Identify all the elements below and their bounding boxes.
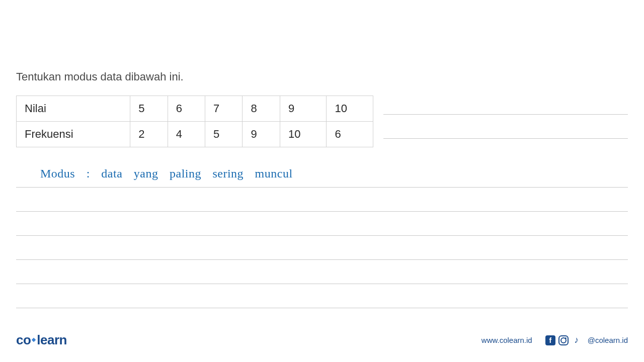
nilai-value-cell: 8	[243, 96, 280, 122]
data-table: Nilai 5 6 7 8 9 10 Frekuensi 2 4 5 9 10 …	[16, 96, 373, 147]
frekuensi-value-cell: 2	[130, 122, 168, 147]
question-title: Tentukan modus data dibawah ini.	[16, 70, 628, 83]
frekuensi-label-cell: Frekuensi	[17, 122, 130, 147]
ruled-line	[16, 236, 628, 260]
logo-text-co: co	[16, 332, 31, 347]
frekuensi-value-cell: 9	[243, 122, 280, 147]
tiktok-icon: ♪	[572, 335, 582, 345]
social-icons: f ♪	[545, 335, 582, 345]
ruled-line	[16, 212, 628, 236]
nilai-value-cell: 5	[130, 96, 168, 122]
frekuensi-value-cell: 10	[280, 122, 327, 147]
ruled-line	[16, 284, 628, 308]
data-table-wrapper: Nilai 5 6 7 8 9 10 Frekuensi 2 4 5 9 10 …	[16, 96, 373, 147]
ruled-line	[16, 188, 628, 212]
logo-diamond-icon	[32, 338, 36, 342]
colearn-logo: colearn	[16, 332, 67, 348]
nilai-label-cell: Nilai	[17, 96, 130, 122]
facebook-icon: f	[545, 335, 555, 345]
instagram-icon	[558, 335, 569, 345]
nilai-value-cell: 10	[327, 96, 373, 122]
ruled-line	[383, 90, 628, 115]
website-url: www.colearn.id	[481, 336, 532, 344]
ruled-line	[383, 115, 628, 139]
table-row: Nilai 5 6 7 8 9 10	[17, 96, 373, 122]
nilai-value-cell: 6	[168, 96, 205, 122]
nilai-value-cell: 7	[205, 96, 243, 122]
frekuensi-value-cell: 6	[327, 122, 373, 147]
frekuensi-value-cell: 5	[205, 122, 243, 147]
ruled-lines-top	[383, 90, 628, 139]
logo-text-learn: learn	[37, 332, 67, 347]
footer-right: www.colearn.id f ♪ @colearn.id	[481, 335, 628, 345]
frekuensi-value-cell: 4	[168, 122, 205, 147]
handwritten-note: Modus : data yang paling sering muncul	[40, 167, 293, 180]
ruled-line	[16, 260, 628, 284]
nilai-value-cell: 9	[280, 96, 327, 122]
ruled-lines-full	[16, 163, 628, 308]
footer: colearn www.colearn.id f ♪ @colearn.id	[16, 332, 628, 348]
social-handle: @colearn.id	[588, 336, 628, 344]
table-row: Frekuensi 2 4 5 9 10 6	[17, 122, 373, 147]
